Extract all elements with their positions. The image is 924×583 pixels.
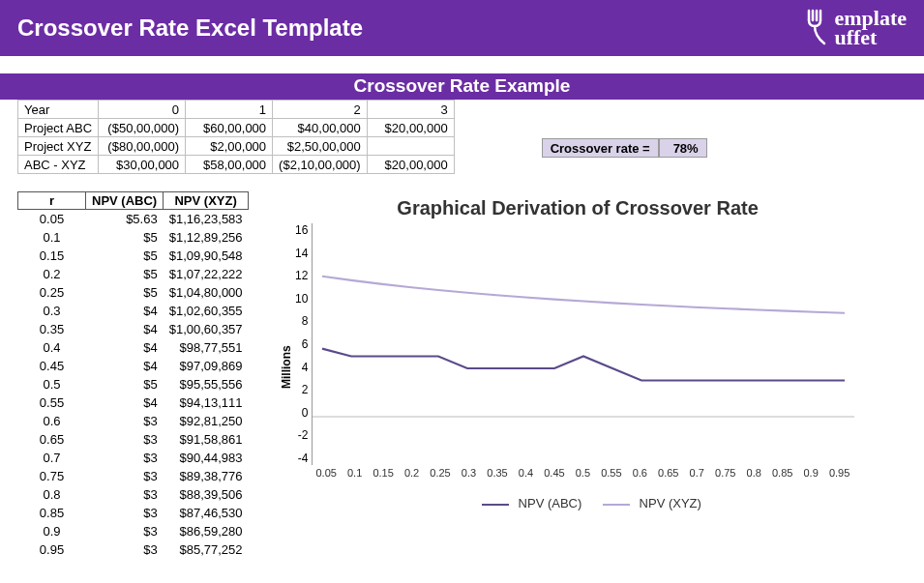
header-bar: Crossover Rate Excel Template emplate uf… <box>0 0 924 56</box>
chart-yticks: 1614121086420-2-4 <box>295 223 312 465</box>
project-abc-row: Project ABC ($50,00,000) $60,00,000 $40,… <box>18 119 455 137</box>
col-r: r <box>18 192 86 210</box>
year-row: Year 0 1 2 3 <box>18 101 455 119</box>
chart-title: Graphical Derivation of Crossover Rate <box>278 197 878 219</box>
crossover-rate-value: 78% <box>659 138 707 158</box>
legend-label-xyz: NPV (XYZ) <box>640 496 701 510</box>
logo: emplate uffet <box>803 9 907 47</box>
chart-legend: NPV (ABC) NPV (XYZ) <box>312 496 853 510</box>
table-row: 0.35$4$1,00,60,357 <box>18 320 249 338</box>
project-xyz-row: Project XYZ ($80,00,000) $2,00,000 $2,50… <box>18 137 455 156</box>
page-title: Crossover Rate Excel Template <box>17 15 363 42</box>
table-row: 0.2$5$1,07,22,222 <box>18 265 249 283</box>
table-row: 0.3$4$1,02,60,355 <box>18 302 249 320</box>
table-row: 0.8$3$88,39,506 <box>18 485 249 504</box>
chart-ylabel: Millions <box>278 223 295 510</box>
crossover-rate-box: Crossover rate = 78% <box>542 138 707 158</box>
table-row: 0.65$3$91,58,861 <box>18 430 249 449</box>
chart-plot-area <box>312 223 853 465</box>
crossover-rate-label: Crossover rate = <box>542 138 659 158</box>
col-npv-xyz: NPV (XYZ) <box>164 192 249 210</box>
crossover-chart: Graphical Derivation of Crossover Rate M… <box>278 191 878 559</box>
fork-icon <box>803 9 832 47</box>
npv-table: r NPV (ABC) NPV (XYZ) 0.05$5.63$1,16,23,… <box>17 191 249 559</box>
table-row: 0.95$3$85,77,252 <box>18 540 249 559</box>
table-row: 0.5$5$95,55,556 <box>18 375 249 394</box>
chart-series-0 <box>322 349 845 381</box>
legend-swatch-xyz <box>603 504 630 506</box>
chart-xticks: 0.050.10.150.20.250.30.350.40.450.50.550… <box>312 467 853 479</box>
table-row: 0.4$4$98,77,551 <box>18 338 249 357</box>
table-row: 0.15$5$1,09,90,548 <box>18 247 249 265</box>
table-row: 0.25$5$1,04,80,000 <box>18 283 249 302</box>
table-row: 0.1$5$1,12,89,256 <box>18 228 249 247</box>
table-row: 0.55$4$94,13,111 <box>18 394 249 412</box>
table-row: 0.9$3$86,59,280 <box>18 522 249 540</box>
table-row: 0.45$4$97,09,869 <box>18 357 249 375</box>
table-row: 0.05$5.63$1,16,23,583 <box>18 210 249 228</box>
table-row: 0.6$3$92,81,250 <box>18 412 249 430</box>
legend-swatch-abc <box>482 504 509 506</box>
example-title: Crossover Rate Example <box>0 73 924 100</box>
col-npv-abc: NPV (ABC) <box>86 192 164 210</box>
diff-row: ABC - XYZ $30,00,000 $58,00,000 ($2,10,0… <box>18 156 455 174</box>
project-cashflow-table: Year 0 1 2 3 Project ABC ($50,00,000) $6… <box>17 100 455 174</box>
table-row: 0.75$3$89,38,776 <box>18 467 249 485</box>
logo-text: emplate uffet <box>834 9 907 47</box>
table-row: 0.7$3$90,44,983 <box>18 449 249 467</box>
legend-label-abc: NPV (ABC) <box>519 496 582 510</box>
table-row: 0.85$3$87,46,530 <box>18 504 249 522</box>
year-label: Year <box>18 101 99 119</box>
chart-series-1 <box>322 277 845 313</box>
